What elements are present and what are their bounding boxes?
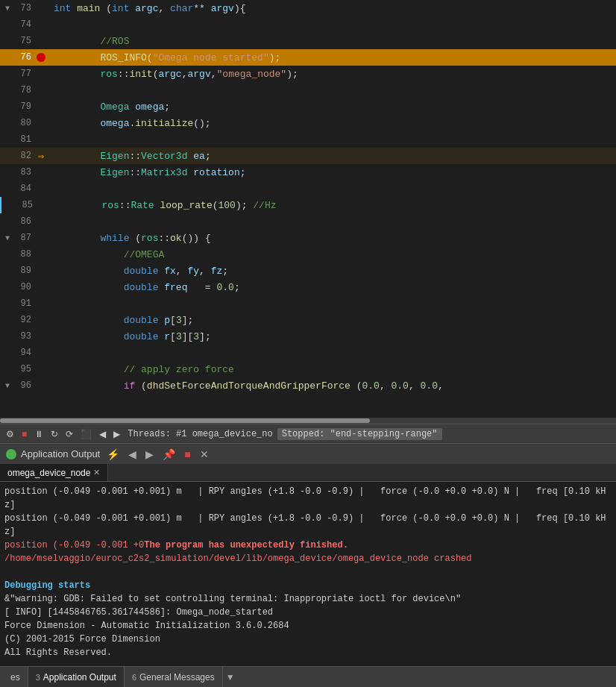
code-line-86: 86 [0,213,616,230]
code-line-89: 89 double fx, fy, fz; [0,263,616,279]
bottom-tab-gen-label: General Messages [139,672,215,683]
output-line-7: &"warning: GDB: Failed to set controllin… [4,592,612,606]
toolbar-btn-6[interactable]: ⬛ [78,427,95,441]
fold-arrow-96[interactable]: ▼ [3,382,12,390]
gutter-95: 95 [0,364,51,374]
line-code-80: omega.initialize(); [51,118,211,129]
tab-omega-device-node[interactable]: omega_device_node ✕ [0,464,108,481]
output-stop-btn[interactable]: ■ [182,448,192,461]
output-content[interactable]: position (-0.049 -0.001 +0.001) m | RPY … [0,482,616,683]
line-num-86: 86 [12,216,34,227]
tab-close-btn[interactable]: ✕ [93,468,100,477]
code-line-90: 90 double freq = 0.0; [0,279,616,295]
gutter-icon-75 [36,36,46,46]
bottom-tab-bar: es 3 Application Output 6 General Messag… [0,666,616,687]
line-num-82: 82 [12,151,34,161]
bottom-tab-general-messages[interactable]: 6 General Messages [125,667,223,687]
output-nav-fwd-btn[interactable]: ▶ [143,448,156,461]
line-code-76: ROS_INFO("Omega node started"); [51,52,280,63]
bottom-tab-app-output[interactable]: 3 Application Output [28,667,125,687]
gutter-79: 79 [0,101,51,112]
output-nav-back-btn[interactable]: ◀ [126,448,139,461]
line-code-96: if (dhdSetForceAndTorqueAndGripperForce … [51,380,444,392]
bottom-tab-es-label: es [10,672,20,683]
toolbar-btn-5[interactable]: ⟳ [63,427,76,441]
bottom-tab-scroll-btn[interactable]: ▼ [223,667,238,687]
line-num-76: 76 [12,52,34,63]
gutter-icon-76 [36,52,46,63]
output-clear-btn[interactable]: ✕ [198,448,211,461]
gutter-94: 94 [0,348,51,358]
line-num-84: 84 [12,183,34,194]
code-line-94: 94 [0,345,616,361]
line-num-92: 92 [12,315,34,325]
code-line-93: 93 double r[3][3]; [0,328,616,345]
toolbar-nav-fwd[interactable]: ▶ [110,427,123,441]
bottom-tab-es[interactable]: es [0,667,28,687]
line-num-89: 89 [12,266,34,276]
toolbar-nav-back[interactable]: ◀ [96,427,109,441]
code-line-78: 78 [0,82,616,98]
toolbar-btn-1[interactable]: ⚙ [3,427,17,441]
line-num-96: 96 [12,380,34,391]
fold-arrow-87[interactable]: ▼ [3,234,12,242]
line-num-78: 78 [12,85,34,95]
toolbar-btn-4[interactable]: ↻ [48,427,61,441]
toolbar-btn-3[interactable]: ⏸ [31,427,46,441]
line-code-89: double fx, fy, fz; [51,266,228,277]
line-code-75: //ROS [51,36,129,47]
code-line-83: 83 Eigen::Matrix3d rotation; [0,164,616,181]
line-num-90: 90 [12,282,34,292]
app-output-header: Application Output ⚡ ◀ ▶ 📌 ■ ✕ [0,443,616,464]
gutter-icon-80 [36,118,46,128]
output-pin-btn[interactable]: 📌 [160,448,177,461]
fold-arrow-73[interactable]: ▼ [3,4,12,13]
line-code-82: Eigen::Vector3d ea; [51,151,211,162]
editor-scrollbar-thumb[interactable] [0,418,370,423]
code-line-85: 85 ros::Rate loop_rate(100); //Hz [0,197,616,213]
line-num-93: 93 [12,331,34,342]
line-code-93: double r[3][3]; [51,331,211,342]
gutter-icon-84 [36,183,46,194]
line-num-80: 80 [12,118,34,128]
gutter-87: ▼ 87 [0,233,51,243]
bottom-tab-gen-num: 6 [132,673,136,682]
gutter-icon-91 [36,298,46,309]
gutter-icon-83 [36,167,46,178]
toolbar-stop-btn[interactable]: ■ [19,427,30,441]
editor-scrollbar[interactable] [0,418,616,424]
gutter-93: 93 [0,331,51,342]
gutter-icon-89 [36,266,46,276]
output-line-11: All Rights Reserved. [4,646,612,659]
gutter-icon-95 [36,364,46,374]
gutter-76: 76 [0,52,51,63]
gutter-icon-73 [36,3,46,13]
gutter-icon-77 [36,69,46,79]
code-line-82: 82 ⇒ Eigen::Vector3d ea; [0,148,616,164]
code-line-80: 80 omega.initialize(); [0,115,616,131]
code-lines: ▼ 73 int main (int argc, char** argv){ 7… [0,0,616,394]
line-num-81: 81 [12,134,34,145]
gutter-icon-81 [36,134,46,145]
breakpoint-dot[interactable] [37,53,45,62]
code-line-92: 92 double p[3]; [0,312,616,328]
line-num-94: 94 [12,348,34,358]
gutter-icon-82: ⇒ [36,151,46,161]
gutter-icon-86 [36,216,46,227]
line-code-90: double freq = 0.0; [51,282,240,293]
output-line-4: /home/mselvaggio/euroc_c2s2_simulation/d… [4,552,612,565]
code-line-96: ▼ 96 if (dhdSetForceAndTorqueAndGripperF… [0,377,616,394]
gutter-84: 84 [0,183,51,194]
output-line-5 [4,565,612,579]
line-num-91: 91 [12,298,34,309]
code-line-91: 91 [0,295,616,312]
debug-arrow-icon: ⇒ [38,150,44,163]
tab-label: omega_device_node [7,468,90,478]
gutter-icon-88 [36,249,46,260]
threads-label: Threads: #1 omega_device_no [128,429,272,439]
code-line-74: 74 [0,16,616,33]
gutter-icon-92 [36,315,46,325]
output-line-3: position (-0.049 -0.001 +0The program ha… [4,539,612,552]
gutter-77: 77 [0,69,51,79]
output-restart-btn[interactable]: ⚡ [104,448,122,461]
